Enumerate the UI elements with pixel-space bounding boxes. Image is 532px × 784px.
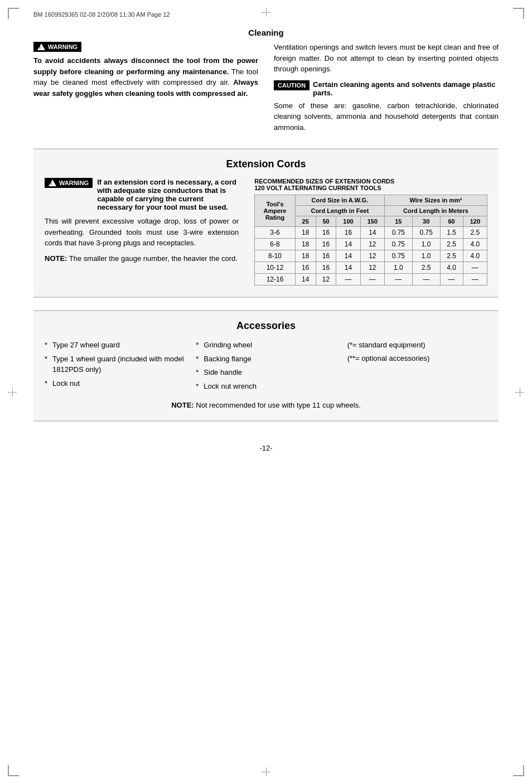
ext-warning-normal: This will prevent excessive voltage drop… (45, 216, 239, 249)
accessories-list2: Grinding wheelBacking flangeSide handleL… (196, 340, 336, 391)
table-cell: 18 (295, 227, 316, 239)
table-cell: — (440, 274, 463, 285)
table-cell: 4.0 (440, 262, 463, 274)
th-tools-ampere: Tool'sAmpereRating (255, 195, 296, 227)
table-cell: 16 (316, 250, 336, 262)
th-25: 25 (295, 216, 316, 227)
cleaning-right-col: Ventilation openings and switch levers m… (274, 42, 499, 136)
page-number: -12- (33, 444, 499, 452)
table-row: 12-161412—————— (255, 274, 487, 285)
table-cell: 14 (336, 250, 360, 262)
accessories-col1: Type 27 wheel guardType 1 wheel guard (i… (45, 340, 185, 394)
table-cell: 16 (295, 262, 316, 274)
table-cell: 12 (360, 250, 384, 262)
th-cord-awg: Cord Size in A.W.G. (295, 195, 384, 206)
accessories-col3: (*= standard equipment)(**= optional acc… (347, 340, 487, 394)
caution-block: CAUTION Certain cleaning agents and solv… (274, 80, 499, 97)
cleaning-section: Cleaning WARNING To avoid accidents alwa… (33, 28, 499, 136)
list-item: Grinding wheel (196, 340, 336, 351)
list-item: Backing flange (196, 354, 336, 365)
table-cell: — (463, 274, 487, 285)
table-cell: — (336, 274, 360, 285)
table-cell: — (463, 262, 487, 274)
table-cell: 1.0 (412, 250, 440, 262)
warning-block: WARNING (33, 42, 258, 52)
list-item: Lock nut wrench (196, 381, 336, 392)
table-cell: 0.75 (412, 227, 440, 239)
table-cell: 1.5 (440, 227, 463, 239)
table-cell: 0.75 (384, 227, 412, 239)
table-cell: 14 (336, 262, 360, 274)
table-cell: 4.0 (463, 250, 487, 262)
table-cell: 14 (360, 227, 384, 239)
th-60: 60 (440, 216, 463, 227)
cleaning-warning-bold: To avoid accidents always disconnect the… (33, 56, 258, 76)
ext-note-text: The smaller the gauge number, the heavie… (67, 254, 237, 263)
table-cell: 3-6 (255, 227, 296, 239)
table-cell: 0.75 (384, 250, 412, 262)
list-item: Type 1 wheel guard (included with model … (45, 354, 185, 375)
accessories-note-label: NOTE: (171, 401, 194, 409)
table-cell: — (384, 274, 412, 285)
accessories-list1: Type 27 wheel guardType 1 wheel guard (i… (45, 340, 185, 389)
accessories-cols: Type 27 wheel guardType 1 wheel guard (i… (45, 340, 487, 394)
table-header-row1: Tool'sAmpereRating Cord Size in A.W.G. W… (255, 195, 487, 206)
extension-cords-table: Tool'sAmpereRating Cord Size in A.W.G. W… (254, 195, 487, 285)
th-30: 30 (412, 216, 440, 227)
table-cell: 10-12 (255, 262, 296, 274)
th-wire-mm2: Wire Sizes in mm² (384, 195, 487, 206)
table-cell: 12-16 (255, 274, 296, 285)
header-bar: BM 1609929J65 02-08 2/20/08 11:30 AM Pag… (33, 11, 499, 18)
table-row: 3-6181616140.750.751.52.5 (255, 227, 487, 239)
table-cell: 16 (336, 227, 360, 239)
cleaning-warning-text: To avoid accidents always disconnect the… (33, 55, 258, 99)
ext-warning-label: WARNING (59, 180, 89, 186)
ext-warning-triangle-icon (49, 180, 56, 186)
accessories-note: NOTE: Not recommended for use with type … (45, 401, 487, 409)
th-cord-feet: Cord Length in Feet (295, 206, 384, 216)
caution-normal-text: Some of these are: gasoline, carbon tetr… (274, 100, 499, 133)
table-cell: 14 (336, 239, 360, 250)
th-150: 150 (360, 216, 384, 227)
table-cell: 8-10 (255, 250, 296, 262)
table-cell: 18 (295, 250, 316, 262)
table-cell: 16 (316, 239, 336, 250)
caution-bold-text: Certain cleaning agents and solvents dam… (313, 80, 499, 97)
table-cell: 2.5 (440, 239, 463, 250)
table-cell: — (360, 274, 384, 285)
th-cord-meters: Cord Length in Meters (384, 206, 487, 216)
accessories-col2: Grinding wheelBacking flangeSide handleL… (196, 340, 336, 394)
table-cell: 2.5 (440, 250, 463, 262)
table-cell: 16 (316, 227, 336, 239)
table-cell: 4.0 (463, 239, 487, 250)
extension-cords-title: Extension Cords (45, 158, 487, 170)
list-item: Lock nut (45, 378, 185, 389)
table-title1: RECOMMENDED SIZES OF EXTENSION CORDS 120… (254, 178, 487, 191)
th-120: 120 (463, 216, 487, 227)
table-cell: 2.5 (412, 262, 440, 274)
extension-cords-left: WARNING If an extension cord is necessar… (45, 178, 239, 285)
accessories-note-item: (**= optional accessories) (347, 353, 487, 364)
table-row: 10-12161614121.02.54.0— (255, 262, 487, 274)
header-text: BM 1609929J65 02-08 2/20/08 11:30 AM Pag… (33, 11, 170, 18)
table-cell: 1.0 (384, 262, 412, 274)
accessories-title: Accessories (45, 320, 487, 332)
table-cell: 0.75 (384, 239, 412, 250)
warning-triangle-icon (37, 43, 45, 50)
cleaning-left-col: WARNING To avoid accidents always discon… (33, 42, 258, 136)
table-cell: 2.5 (463, 227, 487, 239)
table-row: 8-10181614120.751.02.54.0 (255, 250, 487, 262)
table-cell: 6-8 (255, 239, 296, 250)
warning-badge: WARNING (33, 42, 81, 52)
ext-warning-bold: If an extension cord is necessary, a cor… (97, 178, 239, 211)
list-item: Type 27 wheel guard (45, 340, 185, 351)
table-cell: — (412, 274, 440, 285)
cleaning-right-para1: Ventilation openings and switch levers m… (274, 42, 499, 75)
th-50: 50 (316, 216, 336, 227)
table-cell: 12 (316, 274, 336, 285)
extension-cords-section: Extension Cords WARNING If an extension … (33, 148, 499, 298)
table-cell: 1.0 (412, 239, 440, 250)
table-cell: 12 (360, 262, 384, 274)
table-cell: 14 (295, 274, 316, 285)
th-15: 15 (384, 216, 412, 227)
